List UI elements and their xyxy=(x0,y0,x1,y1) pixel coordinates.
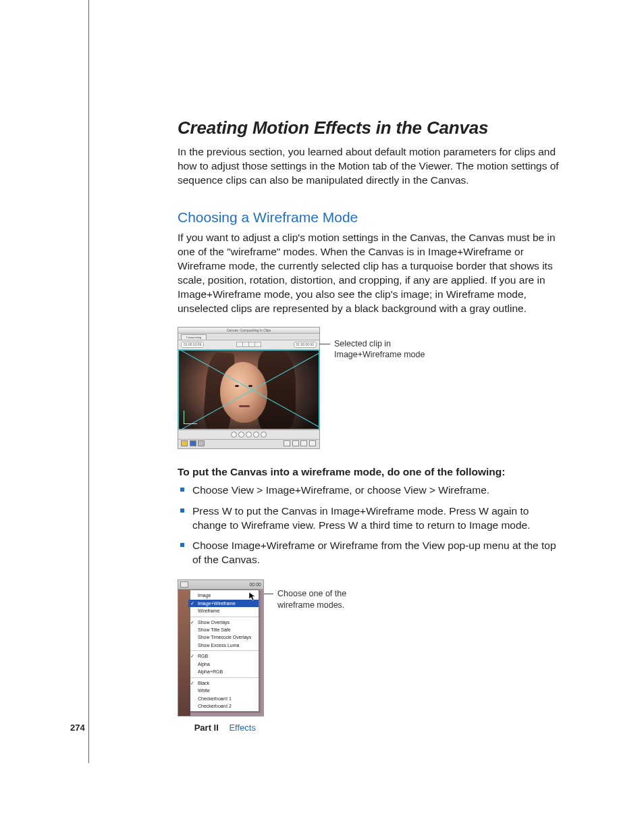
page-content: Creating Motion Effects in the Canvas In… xyxy=(178,116,566,733)
list-item: Choose View > Image+Wireframe, or choose… xyxy=(178,484,566,498)
canvas-image-area[interactable] xyxy=(178,350,319,429)
menu-item[interactable]: Checkerboard 1 xyxy=(188,695,259,702)
timecode-left[interactable]: 01:00:10:06 xyxy=(181,342,204,348)
timecode-fragment: 00:00 xyxy=(249,581,261,588)
callout-line1: Selected clip in xyxy=(334,339,391,348)
menu-item-label: Show Timecode Overlays xyxy=(198,634,251,640)
foot-btn[interactable] xyxy=(292,440,299,446)
menu-item-label: Wireframe xyxy=(198,608,219,614)
menu-item[interactable]: Checkerboard 2 xyxy=(188,702,259,710)
part-number: Part II xyxy=(194,723,219,733)
menu-item-label: Black xyxy=(198,680,209,686)
step-back-icon[interactable] xyxy=(238,432,244,438)
canvas-toolbar: 01:00:10:06 01:00:00:00 xyxy=(178,340,319,350)
foot-btn[interactable] xyxy=(284,440,290,446)
list-item: Choose Image+Wireframe or Wireframe from… xyxy=(178,539,566,567)
check-icon: ✓ xyxy=(190,653,194,659)
menu-item-label: RGB xyxy=(198,653,208,659)
instruction-heading: To put the Canvas into a wireframe mode,… xyxy=(178,465,566,479)
menu-item[interactable]: Wireframe xyxy=(188,607,259,615)
callout-text: Selected clip in Image+Wireframe mode xyxy=(334,338,429,361)
part-name: Effects xyxy=(229,723,256,733)
menu-item[interactable]: Show Title Safe xyxy=(188,626,259,633)
menu-group: ✓Show OverlaysShow Title SafeShow Timeco… xyxy=(188,617,259,652)
inout-button[interactable] xyxy=(198,440,205,446)
menu-item[interactable]: ✓RGB xyxy=(188,652,259,660)
canvas-footer xyxy=(178,439,319,448)
menu-item-label: Show Excess Luma xyxy=(198,642,239,648)
menu-group: ✓RGBAlphaAlpha+RGB xyxy=(188,651,259,677)
menu-item-label: Checkerboard 1 xyxy=(198,696,232,702)
view-popup-button[interactable] xyxy=(180,581,188,588)
menu-item-label: Image xyxy=(198,592,211,598)
menu-item-label: Show Title Safe xyxy=(198,627,231,633)
view-segments[interactable] xyxy=(237,342,261,347)
menu-item[interactable]: Alpha xyxy=(188,660,259,668)
callout-line xyxy=(319,344,330,344)
menu-item[interactable]: Show Timecode Overlays xyxy=(188,633,259,641)
margin-rule xyxy=(88,0,89,763)
view-popup-menu[interactable]: Image✓Image+WireframeWireframe✓Show Over… xyxy=(188,590,259,712)
menu-item[interactable]: ✓Show Overlays xyxy=(188,619,259,626)
figure-view-menu: 00:00 Image✓Image+WireframeWireframe✓Sho… xyxy=(178,579,566,716)
menu-item[interactable]: Show Excess Luma xyxy=(188,642,259,649)
canvas-window: Canvas: Compositing In Clips Compositing… xyxy=(178,327,320,449)
check-icon: ✓ xyxy=(190,600,194,606)
part-label: Part II Effects xyxy=(194,722,256,734)
menu-item[interactable]: ✓Black xyxy=(188,679,259,687)
canvas-tabrow: Compositing xyxy=(178,334,319,340)
foot-btn[interactable] xyxy=(309,440,316,446)
menu-item[interactable]: Alpha+RGB xyxy=(188,668,259,675)
canvas-titlebar: Canvas: Compositing In Clips xyxy=(178,328,319,334)
transport-controls[interactable] xyxy=(178,429,319,439)
page-number: 274 xyxy=(70,722,85,734)
sub-heading: Choosing a Wireframe Mode xyxy=(178,208,566,227)
section-title: Creating Motion Effects in the Canvas xyxy=(178,116,566,140)
menu-item-label: Alpha+RGB xyxy=(198,669,223,675)
view-popup-screenshot: 00:00 Image✓Image+WireframeWireframe✓Sho… xyxy=(178,579,264,716)
callout-line1: Choose one of the xyxy=(277,589,346,598)
timecode-right[interactable]: 01:00:00:00 xyxy=(294,342,317,348)
callout-text: Choose one of the wireframe modes. xyxy=(277,588,379,610)
step-fwd-icon[interactable] xyxy=(253,432,259,438)
toolbar-strip: 00:00 xyxy=(178,580,263,590)
check-icon: ✓ xyxy=(190,680,194,686)
go-start-icon[interactable] xyxy=(231,432,237,438)
check-icon: ✓ xyxy=(190,619,194,625)
foot-btn[interactable] xyxy=(300,440,307,446)
play-icon[interactable] xyxy=(246,432,252,438)
intro-paragraph: In the previous section, you learned abo… xyxy=(178,145,566,188)
go-end-icon[interactable] xyxy=(261,432,267,438)
callout-line xyxy=(264,594,273,594)
instruction-list: Choose View > Image+Wireframe, or choose… xyxy=(178,484,566,568)
menu-item-label: Image+Wireframe xyxy=(198,600,236,606)
keyframe-button[interactable] xyxy=(190,440,196,446)
figure-canvas-wireframe: Canvas: Compositing In Clips Compositing… xyxy=(178,327,566,449)
wireframe-paragraph: If you want to adjust a clip's motion se… xyxy=(178,231,566,316)
menu-item[interactable]: White xyxy=(188,687,259,694)
selection-border xyxy=(178,350,319,429)
menu-item-label: Show Overlays xyxy=(198,619,230,625)
canvas-tab[interactable]: Compositing xyxy=(181,334,207,340)
menu-item-label: Alpha xyxy=(198,661,210,667)
menu-group: ✓BlackWhiteCheckerboard 1Checkerboard 2 xyxy=(188,678,259,712)
menu-item-label: Checkerboard 2 xyxy=(198,703,232,709)
marker-button[interactable] xyxy=(181,440,188,446)
callout-line2: Image+Wireframe mode xyxy=(334,350,425,359)
callout-line2: wireframe modes. xyxy=(277,600,344,610)
angle-indicator xyxy=(184,411,197,424)
cursor-icon xyxy=(248,592,257,602)
page-footer: 274 Part II Effects xyxy=(70,722,543,734)
list-item: Press W to put the Canvas in Image+Wiref… xyxy=(178,504,566,533)
menu-item-label: White xyxy=(198,687,210,694)
